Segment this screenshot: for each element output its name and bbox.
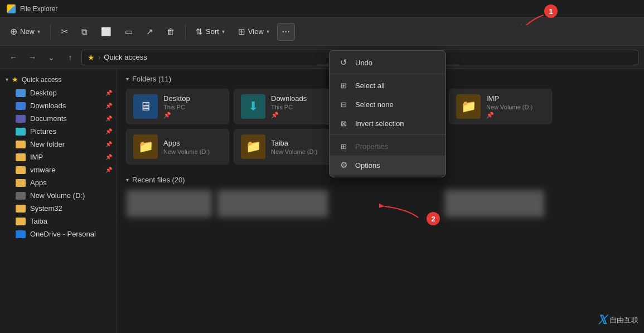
sidebar-item-documents[interactable]: Documents 📌	[0, 112, 117, 125]
sidebar-vmware-label: vmware	[30, 166, 56, 174]
folder-path-downloads: This PC	[271, 104, 330, 110]
rename-button[interactable]: ▭	[119, 24, 138, 40]
system32-folder-icon	[16, 205, 26, 213]
folder-name-taiba: Taiba	[271, 139, 330, 147]
sidebar-item-newvolume[interactable]: New Volume (D:)	[0, 189, 117, 202]
newfolder-folder-icon	[16, 141, 26, 148]
select-all-icon: ⊞	[338, 80, 348, 90]
view-chevron-icon: ▾	[267, 28, 269, 35]
quick-access-header[interactable]: ▾ ★ Quick access	[0, 73, 117, 86]
main-area: ▾ ★ Quick access Desktop 📌 Downloads 📌 D…	[0, 69, 644, 333]
sidebar-item-system32[interactable]: System32	[0, 202, 117, 215]
apps-folder-icon	[16, 179, 26, 187]
quick-access-chevron: ▾	[6, 76, 8, 83]
sidebar-item-downloads[interactable]: Downloads 📌	[0, 99, 117, 112]
pin-icon-downloads: 📌	[105, 103, 112, 109]
sidebar-item-apps[interactable]: Apps	[0, 176, 117, 189]
folder-card-downloads[interactable]: ⬇ Downloads This PC 📌	[234, 89, 337, 124]
forward-button[interactable]: →	[25, 50, 40, 65]
new-button[interactable]: ⊕ New ▾	[4, 23, 46, 40]
undo-icon: ↺	[338, 57, 348, 67]
sort-chevron-icon: ▾	[222, 28, 225, 35]
annotation-circle-2: 2	[427, 212, 440, 225]
properties-icon: ⊞	[338, 141, 348, 151]
folder-card-info-apps: Apps New Volume (D:)	[163, 139, 222, 155]
menu-divider-2	[330, 134, 446, 135]
menu-item-select-none[interactable]: ⊟ Select none	[330, 95, 446, 114]
sidebar-item-taiba[interactable]: Taiba	[0, 215, 117, 228]
star-icon: ★	[88, 53, 95, 62]
sidebar-newfolder-label: New folder	[30, 140, 65, 148]
sidebar-item-newfolder[interactable]: New folder 📌	[0, 138, 117, 151]
folders-header-label: Folders (11)	[132, 75, 171, 83]
view-icon: ⊞	[238, 27, 245, 37]
pin-icon-documents: 📌	[105, 115, 112, 122]
folder-card-apps[interactable]: 📁 Apps New Volume (D:)	[126, 129, 229, 165]
cut-icon: ✂	[61, 26, 68, 37]
menu-item-undo[interactable]: ↺ Undo	[330, 53, 446, 72]
recent-header-label: Recent files (20)	[132, 176, 185, 184]
watermark-text: 自由互联	[609, 315, 638, 325]
view-button[interactable]: ⊞ View ▾	[233, 24, 275, 40]
sidebar-item-imp[interactable]: IMP 📌	[0, 151, 117, 163]
folder-card-info: Desktop This PC 📌	[163, 94, 222, 119]
pin-icon-imp: 📌	[105, 154, 112, 160]
sidebar-item-desktop[interactable]: Desktop 📌	[0, 86, 117, 99]
sidebar-downloads-label: Downloads	[30, 102, 66, 110]
menu-divider-1	[330, 74, 446, 74]
recent-chevron-icon: ▾	[126, 177, 129, 183]
pin-icon-pictures: 📌	[105, 128, 112, 134]
vmware-folder-icon	[16, 166, 26, 174]
pin-icon-vmware: 📌	[105, 167, 112, 173]
dropdown-menu: ↺ Undo ⊞ Select all ⊟ Select none ⊠ Inve…	[329, 50, 446, 177]
desktop-folder-icon	[16, 89, 26, 97]
recent-button[interactable]: ⌄	[43, 50, 59, 65]
delete-button[interactable]: 🗑	[161, 24, 181, 39]
watermark-x-icon: 𝕏	[597, 313, 607, 327]
options-icon: ⚙	[338, 160, 348, 170]
folder-card-info-imp: IMP New Volume (D:) 📌	[486, 94, 545, 119]
delete-icon: 🗑	[167, 27, 175, 36]
quick-access-label: Quick access	[22, 76, 61, 84]
pin-icon: 📌	[105, 90, 112, 96]
recent-thumb-1[interactable]	[126, 190, 212, 218]
sidebar-documents-label: Documents	[30, 114, 67, 123]
folder-card-desktop[interactable]: 🖥 Desktop This PC 📌	[126, 89, 229, 124]
pin-imp: 📌	[486, 112, 545, 119]
downloads-thumb: ⬇	[241, 94, 265, 119]
sidebar-item-onedrive[interactable]: OneDrive - Personal	[0, 228, 117, 240]
sort-icon: ⇅	[196, 27, 203, 37]
copy-button[interactable]: ⧉	[76, 24, 93, 40]
recent-thumb-2[interactable]	[217, 190, 328, 218]
sidebar-apps-label: Apps	[30, 178, 47, 187]
folder-card-imp[interactable]: 📁 IMP New Volume (D:) 📌	[449, 89, 552, 124]
cut-button[interactable]: ✂	[55, 23, 74, 40]
menu-item-select-all[interactable]: ⊞ Select all	[330, 76, 446, 95]
menu-item-invert[interactable]: ⊠ Invert selection	[330, 114, 446, 133]
more-options-button[interactable]: ···	[277, 23, 295, 41]
folder-card-taiba[interactable]: 📁 Taiba New Volume (D:)	[234, 129, 337, 165]
back-button[interactable]: ←	[6, 50, 21, 65]
recent-thumb-3[interactable]	[444, 190, 545, 218]
folder-card-info-taiba: Taiba New Volume (D:)	[271, 139, 330, 155]
sidebar-desktop-label: Desktop	[30, 89, 57, 97]
invert-label: Invert selection	[355, 119, 404, 128]
menu-item-options[interactable]: ⚙ Options	[330, 156, 446, 175]
up-button[interactable]: ↑	[62, 50, 78, 65]
copy-icon: ⧉	[81, 27, 88, 37]
imp-folder-icon	[16, 153, 26, 161]
separator-2	[185, 24, 186, 40]
sidebar-item-vmware[interactable]: vmware 📌	[0, 163, 117, 176]
paste-icon: ⬜	[101, 27, 112, 37]
sidebar-item-pictures[interactable]: Pictures 📌	[0, 125, 117, 138]
imp-thumb: 📁	[456, 94, 481, 119]
share-button[interactable]: ↗	[141, 24, 159, 40]
documents-folder-icon	[16, 115, 26, 123]
view-label: View	[248, 27, 264, 36]
recent-items	[126, 190, 635, 218]
paste-button[interactable]: ⬜	[95, 24, 117, 40]
star-sidebar-icon: ★	[12, 75, 18, 84]
desktop-thumb: 🖥	[133, 94, 158, 119]
pin-desktop: 📌	[163, 112, 222, 119]
sort-button[interactable]: ⇅ Sort ▾	[190, 24, 230, 40]
